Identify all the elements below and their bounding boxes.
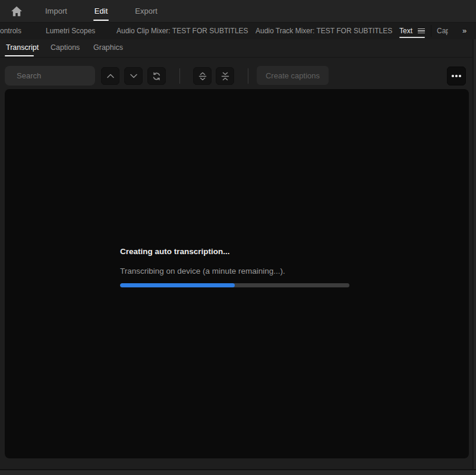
chevron-down-icon xyxy=(130,74,137,78)
workspace-nav: Import Edit Export xyxy=(38,0,178,23)
subtab-captions[interactable]: Captions xyxy=(51,39,80,57)
more-options-button[interactable] xyxy=(447,66,466,86)
panel-menu-icon[interactable] xyxy=(418,27,425,34)
tab-lumetri-scopes[interactable]: Lumetri Scopes xyxy=(46,23,95,39)
right-panel-edge xyxy=(474,39,476,469)
tab-effect-controls-clipped[interactable]: ontrols xyxy=(0,23,21,39)
tab-text-label: Text xyxy=(399,23,412,39)
text-panel-subtabs: Transcript Captions Graphics xyxy=(0,39,476,58)
create-captions-button[interactable]: Create captions xyxy=(257,66,329,85)
transcription-title: Creating auto transcription... xyxy=(120,247,349,256)
subtab-transcript[interactable]: Transcript xyxy=(6,39,39,57)
transcript-content-panel: Creating auto transcription... Transcrib… xyxy=(5,89,469,458)
toolbar-divider xyxy=(179,68,180,84)
expand-all-button[interactable] xyxy=(193,67,212,85)
tab-group-divider xyxy=(431,25,431,37)
nav-import[interactable]: Import xyxy=(38,0,74,23)
toolbar-divider xyxy=(248,68,248,84)
premiere-window: Import Edit Export ontrols Lumetri Scope… xyxy=(0,0,476,475)
progress-fill xyxy=(120,283,235,287)
expand-rows-icon xyxy=(198,72,207,81)
collapse-rows-icon xyxy=(221,72,229,81)
progress-bar-track xyxy=(120,283,349,287)
tab-audio-track-mixer[interactable]: Audio Track Mixer: TEST FOR SUBTITLES xyxy=(256,23,392,39)
next-match-button[interactable] xyxy=(124,67,143,85)
refresh-icon xyxy=(152,72,161,81)
panel-tab-strip: ontrols Lumetri Scopes Audio Clip Mixer:… xyxy=(0,23,476,39)
collapse-all-button[interactable] xyxy=(216,67,234,85)
tab-audio-clip-mixer[interactable]: Audio Clip Mixer: TEST FOR SUBTITLES xyxy=(116,23,248,39)
tab-overflow-chevrons-icon[interactable]: » xyxy=(462,23,465,39)
nav-edit[interactable]: Edit xyxy=(87,0,115,23)
transcription-status: Transcribing on device (a minute remaini… xyxy=(120,267,349,276)
subtab-graphics[interactable]: Graphics xyxy=(93,39,123,57)
chevron-up-icon xyxy=(107,74,114,78)
refresh-transcript-button[interactable] xyxy=(147,67,166,85)
home-button[interactable] xyxy=(4,0,30,23)
top-bar: Import Edit Export xyxy=(0,0,476,23)
home-icon xyxy=(11,6,23,17)
nav-export[interactable]: Export xyxy=(128,0,165,23)
tab-captions-clipped[interactable]: Capt xyxy=(437,23,448,39)
transcript-toolbar: Create captions xyxy=(0,58,476,89)
transcription-progress-block: Creating auto transcription... Transcrib… xyxy=(120,247,349,287)
ellipsis-icon xyxy=(452,75,454,77)
search-box[interactable] xyxy=(5,66,95,86)
tab-text[interactable]: Text xyxy=(399,23,425,39)
previous-match-button[interactable] xyxy=(101,67,119,85)
bottom-panel-edge xyxy=(0,470,476,475)
